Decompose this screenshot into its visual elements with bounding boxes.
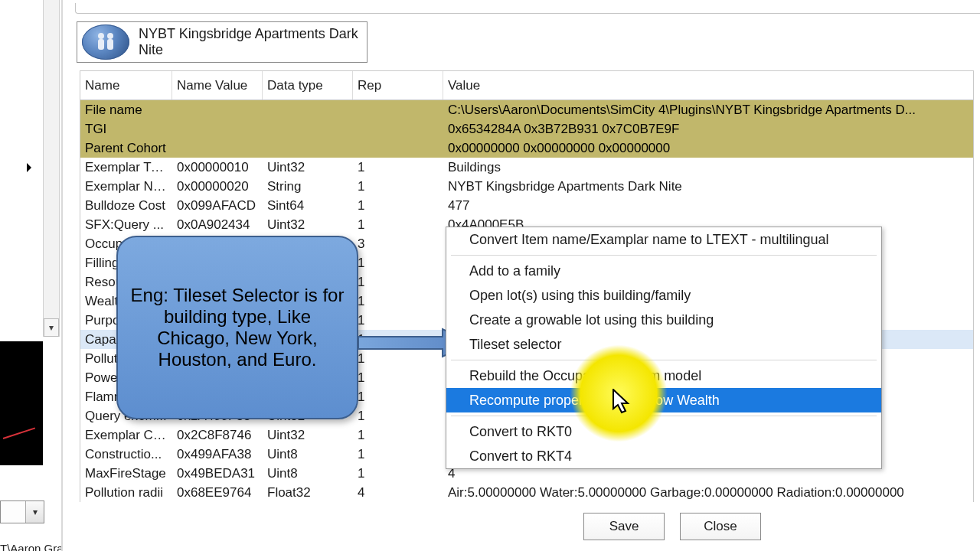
menu-item[interactable]: Create a growable lot using this buildin… <box>446 308 881 332</box>
col-name-value[interactable]: Name Value <box>172 71 263 99</box>
cell-nv: 0x68EE9764 <box>172 485 263 500</box>
cell-nv: 0x499AFA38 <box>172 447 263 462</box>
menu-item[interactable]: Recompute properties as ($) Low Wealth <box>446 388 881 412</box>
context-menu[interactable]: Convert Item name/Examplar name to LTEXT… <box>446 227 882 469</box>
scroll-down-button[interactable]: ▾ <box>44 318 59 337</box>
svg-point-0 <box>98 33 104 39</box>
cell-name: Bulldoze Cost <box>80 198 172 214</box>
cell-nv: 0x00000020 <box>172 179 263 194</box>
left-scrollbar[interactable]: ▾ <box>43 0 60 337</box>
cell-name: Constructio... <box>80 447 172 462</box>
cell-rep: 1 <box>353 466 443 481</box>
cell-rep: 1 <box>353 160 443 175</box>
cell-dt: Uint32 <box>263 428 353 443</box>
button-bar: Save Close <box>75 513 980 548</box>
table-row[interactable]: TGI0x6534284A 0x3B72B931 0x7C0B7E9F <box>80 119 973 139</box>
cell-name: File name <box>80 103 172 118</box>
chevron-down-icon[interactable]: ▾ <box>25 501 44 523</box>
close-button[interactable]: Close <box>680 513 761 540</box>
cell-name: Exemplar Na... <box>80 179 172 194</box>
cell-dt: Uint32 <box>263 217 353 233</box>
cell-rep: 1 <box>353 217 443 233</box>
cell-rep: 4 <box>353 485 443 500</box>
cell-val: 0x00000000 0x00000000 0x00000000 <box>443 141 973 156</box>
exemplar-people-icon <box>82 24 129 60</box>
cell-nv: 0x49BEDA31 <box>172 466 263 481</box>
menu-item[interactable]: Convert Item name/Examplar name to LTEXT… <box>446 227 881 252</box>
menu-item[interactable]: Convert to RKT0 <box>446 419 881 444</box>
cell-rep: 1 <box>353 198 443 214</box>
cell-name: Exemplar Ca... <box>80 428 172 443</box>
grid-header-row: Name Name Value Data type Rep Value <box>80 71 973 100</box>
cell-nv: 0x0A902434 <box>172 217 263 233</box>
cell-rep: 1 <box>353 409 443 424</box>
col-name[interactable]: Name <box>80 71 172 99</box>
cell-dt: Uint8 <box>263 466 353 481</box>
vertical-divider <box>61 0 63 551</box>
menu-item[interactable]: Rebuild the OccupantSize from model <box>446 364 881 388</box>
cell-dt: Sint64 <box>263 198 353 214</box>
exemplar-title-box: NYBT Kingsbridge Apartments Dark Nite <box>77 21 368 63</box>
table-row[interactable]: Parent Cohort0x00000000 0x00000000 0x000… <box>80 139 973 158</box>
table-row[interactable]: Bulldoze Cost0x099AFACDSint641477 <box>80 196 973 215</box>
cell-nv: 0x00000010 <box>172 160 263 175</box>
menu-item[interactable]: Add to a family <box>446 259 881 283</box>
cell-nv: 0x2C8F8746 <box>172 428 263 443</box>
cell-name: SFX:Query ... <box>80 217 172 233</box>
cell-name: TGI <box>80 122 172 137</box>
col-value[interactable]: Value <box>443 71 973 99</box>
cell-rep: 1 <box>353 256 443 271</box>
save-button[interactable]: Save <box>583 513 665 540</box>
cell-name: Parent Cohort <box>80 141 172 156</box>
table-row[interactable]: Pollution radii0x68EE9764Float324Air:5.0… <box>80 483 973 502</box>
svg-point-2 <box>107 33 113 39</box>
cell-name: Exemplar Type <box>80 160 172 175</box>
menu-separator <box>451 360 877 360</box>
table-row[interactable]: Exemplar Na...0x00000020String1NYBT King… <box>80 177 973 196</box>
svg-rect-3 <box>107 39 113 50</box>
menu-item[interactable]: Convert to RKT4 <box>446 444 881 468</box>
cell-rep: 1 <box>353 390 443 405</box>
top-frame-rule <box>75 3 980 14</box>
cell-rep: 1 <box>353 447 443 462</box>
cell-dt: Uint32 <box>263 160 353 175</box>
cell-dt: Float32 <box>263 485 353 500</box>
cell-rep: 1 <box>353 275 443 290</box>
exemplar-title: NYBT Kingsbridge Apartments Dark Nite <box>139 26 367 58</box>
table-row[interactable]: File nameC:\Users\Aaron\Documents\SimCit… <box>80 100 973 119</box>
col-rep[interactable]: Rep <box>353 71 443 99</box>
cell-val: NYBT Kingsbridge Apartments Dark Nite <box>443 179 973 194</box>
cell-rep: 1 <box>353 179 443 194</box>
cell-rep: 3 <box>353 236 443 252</box>
annotation-callout: Eng: Tileset Selector is for building ty… <box>116 236 358 419</box>
svg-rect-1 <box>98 39 104 50</box>
table-row[interactable]: Exemplar Type0x00000010Uint321Buildings <box>80 158 973 177</box>
left-panel: ▾ ▾ T\Aaron Gra <box>0 0 69 551</box>
expand-arrow-icon <box>27 163 31 172</box>
cell-val: Buildings <box>443 160 973 175</box>
preview-thumbnail <box>0 341 43 465</box>
left-dropdown[interactable]: ▾ <box>0 500 44 523</box>
cell-name: MaxFireStage <box>80 466 172 481</box>
col-data-type[interactable]: Data type <box>263 71 353 99</box>
menu-item[interactable]: Tileset selector <box>446 332 881 357</box>
menu-separator <box>451 255 877 256</box>
path-label: T\Aaron Gra <box>0 542 64 551</box>
cell-val: C:\Users\Aaron\Documents\SimCity 4\Plugi… <box>443 103 973 118</box>
menu-separator <box>451 416 877 416</box>
cell-dt: Uint8 <box>263 447 353 462</box>
thumbnail-axis-line <box>3 427 35 439</box>
cell-name: Pollution radii <box>80 485 172 500</box>
cell-val: 0x6534284A 0x3B72B931 0x7C0B7E9F <box>443 122 973 137</box>
cell-rep: 1 <box>353 428 443 443</box>
callout-text: Eng: Tileset Selector is for building ty… <box>130 285 345 370</box>
menu-item[interactable]: Open lot(s) using this building/family <box>446 283 881 308</box>
cell-val: 477 <box>443 198 973 214</box>
cell-dt: String <box>263 179 353 194</box>
cell-nv: 0x099AFACD <box>172 198 263 214</box>
cell-rep: 1 <box>353 370 443 386</box>
cell-val: Air:5.00000000 Water:5.00000000 Garbage:… <box>443 485 973 500</box>
cell-rep: 1 <box>353 294 443 309</box>
